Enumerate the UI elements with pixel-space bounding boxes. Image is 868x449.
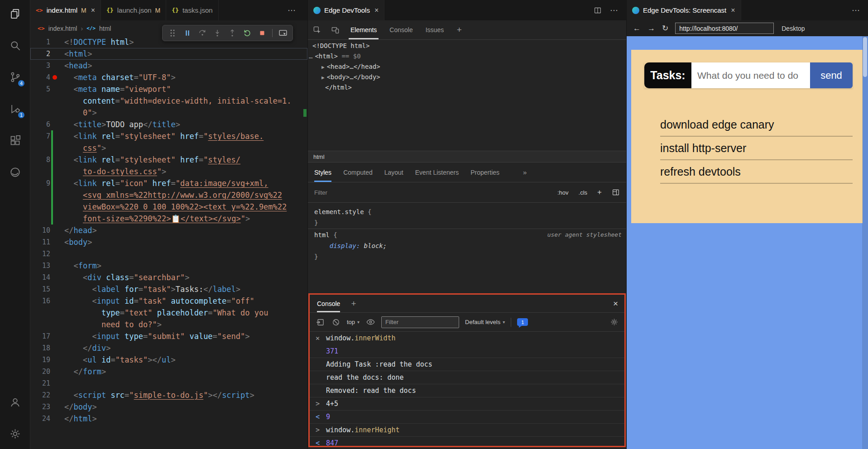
line-number[interactable]: 4 (30, 72, 50, 83)
line-number[interactable]: 20 (30, 366, 50, 377)
code-line[interactable]: 17 <input type="submit" value="send"> (30, 330, 307, 342)
line-number[interactable]: 10 (30, 224, 50, 236)
code-line[interactable]: 10</head> (30, 224, 307, 236)
code-line[interactable]: to-do-styles.css"> (30, 166, 307, 177)
code-line[interactable]: 15 <label for="task">Tasks:</label> (30, 283, 307, 295)
expand-arrow-icon[interactable]: ▶ (321, 75, 325, 81)
editor-tab-tasks-json[interactable]: {}tasks.json (166, 0, 218, 20)
computed-sidebar-icon[interactable] (612, 188, 620, 196)
line-number[interactable]: 22 (30, 389, 50, 401)
line-number[interactable] (30, 189, 50, 201)
context-selector[interactable]: top▾ (347, 319, 360, 325)
pseudo-state-toggle[interactable]: :hov (557, 189, 569, 196)
task-list-item[interactable]: download edge canary (660, 113, 853, 137)
line-number[interactable] (30, 319, 50, 330)
line-number[interactable]: 12 (30, 248, 50, 260)
accounts-icon[interactable] (4, 391, 26, 413)
split-editor-icon[interactable] (594, 6, 602, 14)
code-editor[interactable]: 1<!DOCTYPE html>2<html>3<head>4 <meta ch… (30, 36, 307, 449)
line-number[interactable] (30, 213, 50, 224)
drag-handle-icon[interactable] (165, 27, 179, 39)
console-tab[interactable]: Console (317, 295, 340, 312)
code-line[interactable]: 11<body> (30, 236, 307, 248)
expand-arrow-icon[interactable]: ▶ (321, 64, 325, 70)
devtools-panel-tab-console[interactable]: Console (383, 20, 419, 39)
devtools-panel-tab-elements[interactable]: Elements (344, 20, 383, 39)
breadcrumb-node[interactable]: html (313, 153, 325, 160)
line-number[interactable]: 11 (30, 236, 50, 248)
line-number[interactable]: 6 (30, 119, 50, 130)
new-rule-icon[interactable]: + (597, 188, 602, 197)
code-line[interactable]: 3<head> (30, 60, 307, 72)
line-number[interactable]: 14 (30, 272, 50, 283)
breakpoint-icon[interactable] (53, 75, 57, 80)
console-settings-gear-icon[interactable] (609, 317, 619, 327)
step-out-icon[interactable] (225, 27, 239, 39)
extensions-icon[interactable] (4, 129, 26, 151)
more-tabs-chevron-icon[interactable]: » (523, 168, 527, 176)
back-icon[interactable]: ← (633, 24, 641, 32)
code-line[interactable]: 4 <meta charset="UTF-8"> (30, 72, 307, 83)
line-number[interactable]: 9 (30, 177, 50, 189)
task-input[interactable] (691, 62, 810, 88)
run-debug-icon[interactable]: 1 (4, 98, 26, 119)
line-number[interactable]: 7 (30, 130, 50, 142)
emulation-mode-label[interactable]: Desktop (782, 25, 805, 32)
line-number[interactable]: 13 (30, 260, 50, 272)
line-number[interactable]: 18 (30, 342, 50, 354)
send-button[interactable]: send (810, 62, 853, 88)
settings-gear-icon[interactable] (4, 423, 26, 444)
styles-pane-tab-event-listeners[interactable]: Event Listeners (415, 162, 459, 182)
step-into-icon[interactable] (210, 27, 224, 39)
line-number[interactable]: 21 (30, 377, 50, 389)
line-number[interactable]: 3 (30, 60, 50, 72)
stop-icon[interactable] (255, 27, 269, 39)
code-line[interactable]: <svg xmlns=%22http://www.w3.org/2000/svg… (30, 189, 307, 201)
code-line[interactable]: 13 <form> (30, 260, 307, 272)
code-line[interactable]: type="text" placeholder="What do you (30, 307, 307, 319)
log-levels-selector[interactable]: Default levels▾ (465, 319, 505, 325)
search-icon[interactable] (4, 34, 26, 56)
code-line[interactable]: 12 (30, 248, 307, 260)
add-console-icon[interactable]: + (351, 299, 356, 309)
line-number[interactable] (30, 95, 50, 107)
url-input[interactable] (675, 23, 774, 34)
dom-tree-row[interactable]: ▶<head>…</head> (308, 62, 626, 72)
more-actions-icon[interactable]: ⋯ (852, 5, 860, 15)
breadcrumb-symbol[interactable]: html (99, 25, 111, 32)
restart-icon[interactable] (240, 27, 254, 39)
inspect-icon[interactable] (308, 20, 326, 39)
task-list-item[interactable]: install http-server (660, 137, 853, 160)
issues-counter-badge[interactable]: 1 (517, 318, 528, 326)
code-line[interactable]: 16 <input id="task" autocomplete="off" (30, 295, 307, 307)
line-number[interactable] (30, 307, 50, 319)
line-number[interactable]: 16 (30, 295, 50, 307)
editor-tab-index-html[interactable]: <>index.htmlM× (30, 0, 101, 20)
close-icon[interactable]: × (731, 6, 735, 14)
console-filter-input[interactable] (381, 316, 459, 328)
styles-pane-tab-styles[interactable]: Styles (314, 162, 331, 182)
line-number[interactable] (30, 107, 50, 119)
screencast-scrollbar-thumb[interactable] (863, 37, 867, 77)
code-line[interactable]: 18 </div> (30, 342, 307, 354)
close-icon[interactable]: × (374, 6, 379, 14)
line-number[interactable]: 5 (30, 83, 50, 95)
styles-pane-tab-layout[interactable]: Layout (384, 162, 403, 182)
devtools-panel-tab-issues[interactable]: Issues (419, 20, 450, 39)
console-result-row[interactable]: <847 (310, 437, 624, 446)
style-rule-selector[interactable]: html {user agent stylesheet (308, 229, 626, 240)
edge-devtools-icon[interactable] (4, 161, 26, 183)
code-line[interactable]: 24</html> (30, 413, 307, 425)
dom-tree-row[interactable]: ▶<body>…</body> (308, 72, 626, 82)
styles-filter-input[interactable] (314, 189, 547, 196)
line-number[interactable]: 23 (30, 401, 50, 413)
line-number[interactable] (30, 201, 50, 213)
code-line[interactable]: font-size=%2290%22>📋</text></svg>"> (30, 213, 307, 224)
live-expression-eye-icon[interactable] (365, 317, 375, 327)
code-line[interactable]: 7 <link rel="stylesheet" href="styles/ba… (30, 130, 307, 142)
add-panel-icon[interactable]: + (450, 20, 468, 39)
line-number[interactable]: 24 (30, 413, 50, 425)
code-line[interactable]: 8 <link rel="stylesheet" href="styles/ (30, 154, 307, 166)
dom-tree-row[interactable]: …<html> == $0 (308, 51, 626, 62)
code-line[interactable]: 21 (30, 377, 307, 389)
